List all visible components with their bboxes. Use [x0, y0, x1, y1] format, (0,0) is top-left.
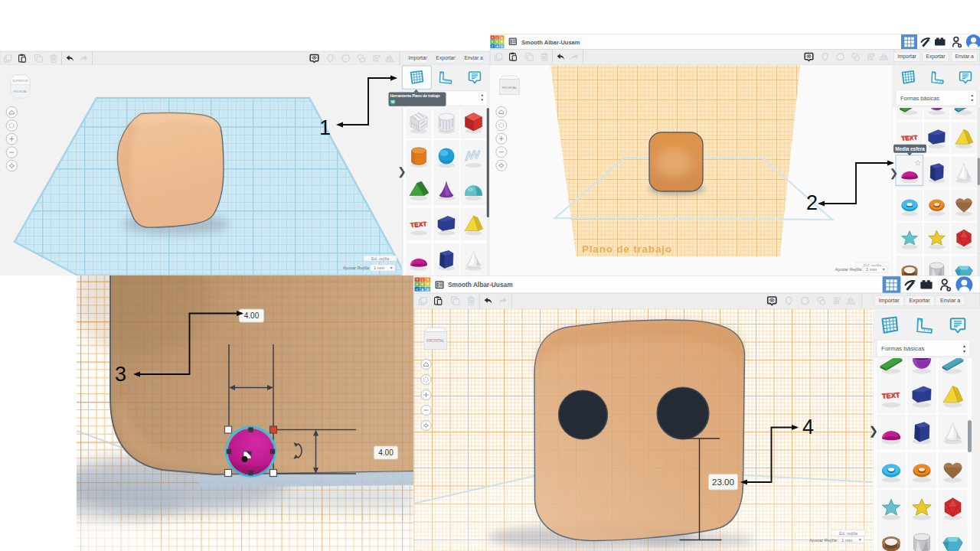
svg-text:Media esfera: Media esfera [895, 146, 925, 152]
svg-text:23.00: 23.00 [712, 478, 734, 487]
svg-text:Ajustar Rejilla: Ajustar Rejilla [809, 538, 838, 543]
svg-text:FRONTAL: FRONTAL [13, 90, 28, 93]
svg-text:4.00: 4.00 [244, 311, 260, 320]
svg-text:Enviar a: Enviar a [940, 297, 960, 304]
svg-text:C: C [416, 289, 418, 292]
svg-text:1 mm: 1 mm [866, 267, 877, 272]
svg-text:FRONTAL: FRONTAL [501, 86, 518, 90]
svg-text:❯: ❯ [869, 424, 879, 438]
svg-text:A: A [421, 289, 423, 292]
svg-text:E: E [422, 283, 424, 286]
svg-text:FRONTAL: FRONTAL [426, 338, 444, 343]
svg-text:Formas básicas: Formas básicas [881, 345, 924, 352]
svg-text:Importar: Importar [879, 297, 900, 304]
svg-text:1 mm: 1 mm [841, 538, 853, 543]
svg-text:I: I [497, 37, 498, 40]
svg-text:I: I [422, 279, 423, 282]
svg-text:Exportar: Exportar [926, 54, 946, 60]
svg-text:Ajustar Rejilla: Ajustar Rejilla [835, 267, 862, 272]
svg-text:SUPERIOR: SUPERIOR [12, 79, 28, 83]
svg-text:Plano de trabajo: Plano de trabajo [582, 243, 672, 255]
svg-text:D: D [426, 289, 429, 292]
svg-text:Enviar a: Enviar a [955, 54, 974, 59]
svg-text:❯: ❯ [890, 167, 899, 180]
svg-text:Smooth Albar-Uusam: Smooth Albar-Uusam [521, 39, 580, 46]
svg-text:Formas básicas: Formas básicas [900, 95, 939, 102]
svg-text:1: 1 [319, 116, 331, 139]
svg-text:Exportar: Exportar [436, 55, 456, 61]
svg-text:Ed. rejilla: Ed. rejilla [371, 256, 390, 261]
svg-text:K: K [416, 283, 418, 286]
svg-text:❯: ❯ [397, 165, 407, 178]
svg-text:Ajustar Rejilla: Ajustar Rejilla [343, 266, 370, 270]
svg-text:R: R [426, 283, 429, 286]
svg-text:W: W [391, 99, 395, 104]
svg-text:3: 3 [115, 363, 126, 386]
svg-text:Herramienta Plano de trabajo: Herramienta Plano de trabajo [390, 94, 440, 98]
svg-text:Importar: Importar [408, 55, 427, 61]
svg-text:Enviar a: Enviar a [464, 55, 483, 60]
svg-text:Smooth Albar-Uusam: Smooth Albar-Uusam [448, 281, 513, 289]
svg-text:2: 2 [806, 191, 818, 214]
svg-text:1 mm: 1 mm [374, 266, 384, 270]
svg-text:Importar: Importar [897, 54, 916, 60]
svg-text:Exportar: Exportar [910, 297, 931, 304]
svg-text:Ed. rejilla: Ed. rejilla [839, 531, 858, 536]
svg-text:4.00: 4.00 [378, 448, 394, 457]
svg-text:4: 4 [802, 416, 814, 439]
svg-text:N: N [426, 279, 429, 282]
